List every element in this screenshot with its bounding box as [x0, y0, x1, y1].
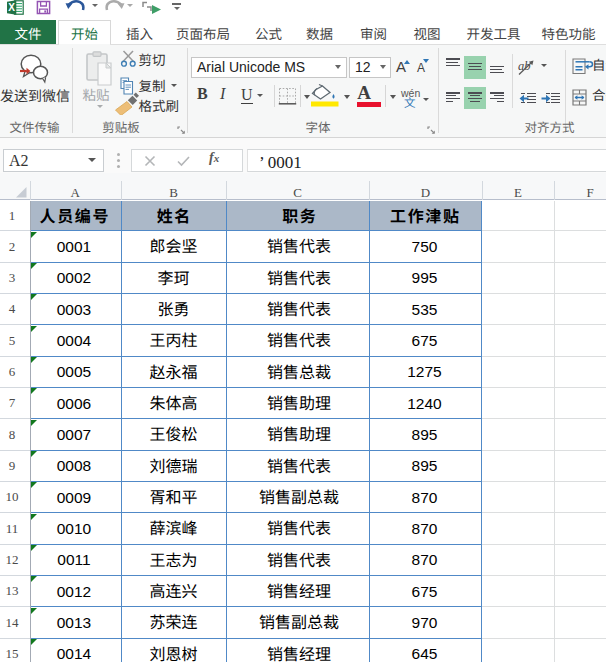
- svg-text:X: X: [8, 2, 15, 13]
